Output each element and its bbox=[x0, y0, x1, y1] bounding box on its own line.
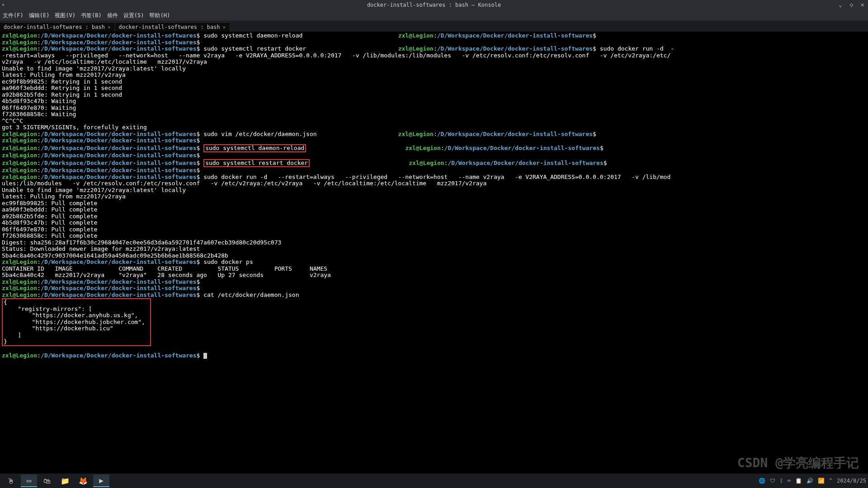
taskbar-desktop-icon[interactable]: ▭ bbox=[21, 474, 37, 487]
menu-settings[interactable]: 设置(S) bbox=[123, 12, 144, 19]
menu-plugins[interactable]: 插件 bbox=[107, 12, 118, 19]
menu-view[interactable]: 视图(V) bbox=[55, 12, 75, 19]
tray-date[interactable]: 2024/8/25 bbox=[837, 478, 866, 484]
tray-globe-icon[interactable]: 🌐 bbox=[759, 478, 765, 484]
tab-0[interactable]: docker-install-softwares : bash × bbox=[0, 22, 114, 32]
tray-chevron-icon[interactable]: ^ bbox=[829, 478, 832, 484]
minimize-icon[interactable]: ⌄ bbox=[837, 1, 844, 8]
tray-volume-icon[interactable]: 🔊 bbox=[807, 478, 813, 484]
tab-label: docker-install-softwares : bash bbox=[119, 24, 220, 30]
tab-1[interactable]: docker-install-softwares : bash × bbox=[115, 22, 230, 32]
tabbar: docker-install-softwares : bash × docker… bbox=[0, 21, 868, 32]
taskbar-firefox-icon[interactable]: 🦊 bbox=[75, 474, 91, 487]
close-icon[interactable]: ✕ bbox=[859, 1, 866, 8]
tray-bluetooth-icon[interactable]: ᛒ bbox=[780, 478, 783, 484]
terminal[interactable]: zxl@Legion:/D/Workspace/Docker/docker-in… bbox=[0, 32, 868, 360]
tray-shield-icon[interactable]: 🛡 bbox=[770, 478, 775, 484]
taskbar-mouse-icon[interactable]: 🖱 bbox=[3, 474, 19, 487]
taskbar-store-icon[interactable]: 🛍 bbox=[39, 474, 55, 487]
tray-keyboard-icon[interactable]: ⌨ bbox=[788, 478, 791, 484]
menu-edit[interactable]: 编辑(E) bbox=[29, 12, 50, 19]
tab-close-icon[interactable]: × bbox=[223, 24, 226, 30]
menu-file[interactable]: 文件(F) bbox=[3, 12, 24, 19]
tray-network-icon[interactable]: 📶 bbox=[818, 478, 825, 484]
titlebar: ▸ docker-install-softwares : bash — Kons… bbox=[0, 0, 868, 10]
tab-close-icon[interactable]: × bbox=[108, 24, 111, 30]
menu-bookmarks[interactable]: 书签(B) bbox=[81, 12, 102, 19]
app-icon: ▸ bbox=[2, 1, 5, 8]
tray-clipboard-icon[interactable]: 📋 bbox=[795, 478, 802, 484]
taskbar: 🖱 ▭ 🛍 📁 🦊 ▶ 🌐 🛡 ᛒ ⌨ 📋 🔊 📶 ^ 2024/8/25 bbox=[0, 474, 868, 488]
window-title: docker-install-softwares : bash — Konsol… bbox=[367, 2, 501, 8]
tab-label: docker-install-softwares : bash bbox=[4, 24, 105, 30]
menu-help[interactable]: 帮助(H) bbox=[149, 12, 170, 19]
menubar: 文件(F) 编辑(E) 视图(V) 书签(B) 插件 设置(S) 帮助(H) bbox=[0, 10, 868, 21]
maximize-icon[interactable]: ◇ bbox=[848, 1, 855, 8]
watermark: CSDN @学亮编程手记 bbox=[737, 455, 859, 472]
taskbar-terminal-icon[interactable]: ▶ bbox=[93, 474, 109, 487]
taskbar-files-icon[interactable]: 📁 bbox=[57, 474, 73, 487]
